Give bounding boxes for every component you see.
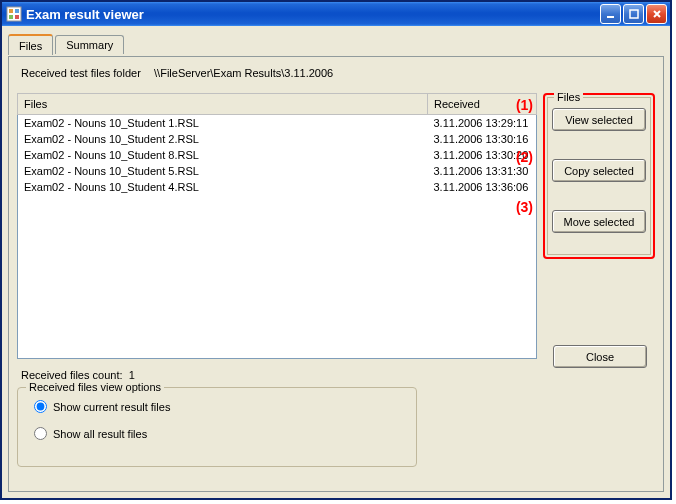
close-window-button[interactable] — [646, 4, 667, 24]
copy-selected-button[interactable]: Copy selected — [552, 159, 646, 182]
view-options-legend: Received files view options — [26, 381, 164, 393]
folder-label: Received test files folder — [21, 67, 151, 79]
right-pane: Files View selected Copy selected Move s… — [543, 93, 655, 359]
annotation-1: (1) — [516, 97, 533, 113]
cell-received: 3.11.2006 13:31:30 — [428, 163, 537, 179]
radio-all[interactable] — [34, 427, 47, 440]
tab-bar: Files Summary — [8, 32, 664, 54]
window-buttons — [600, 4, 670, 24]
radio-current[interactable] — [34, 400, 47, 413]
svg-rect-2 — [15, 9, 19, 13]
table-row[interactable]: Exam02 - Nouns 10_Student 4.RSL 3.11.200… — [18, 179, 537, 195]
table-row[interactable]: Exam02 - Nouns 10_Student 1.RSL 3.11.200… — [18, 115, 537, 132]
svg-rect-4 — [15, 15, 19, 19]
window-title: Exam result viewer — [26, 7, 600, 22]
annotation-3: (3) — [516, 199, 533, 215]
received-count-label: Received files count: — [21, 369, 123, 381]
svg-rect-6 — [630, 10, 638, 18]
tab-body-files: Received test files folder \\FileServer\… — [8, 56, 664, 492]
file-table[interactable]: Files Received Exam02 - Nouns 10_Student… — [17, 93, 537, 359]
svg-rect-5 — [607, 16, 614, 18]
app-window: Exam result viewer Files Summary Receive… — [0, 0, 672, 500]
files-action-group: Files View selected Copy selected Move s… — [547, 97, 651, 255]
folder-line: Received test files folder \\FileServer\… — [21, 67, 655, 79]
content-row: Files Received Exam02 - Nouns 10_Student… — [17, 93, 655, 359]
close-button[interactable]: Close — [553, 345, 647, 368]
radio-all-row[interactable]: Show all result files — [34, 427, 416, 440]
cell-file: Exam02 - Nouns 10_Student 5.RSL — [18, 163, 428, 179]
table-row[interactable]: Exam02 - Nouns 10_Student 5.RSL 3.11.200… — [18, 163, 537, 179]
radio-current-label: Show current result files — [53, 401, 170, 413]
files-group-legend: Files — [554, 91, 583, 103]
view-options-group: Received files view options Show current… — [17, 387, 417, 467]
folder-path: \\FileServer\Exam Results\3.11.2006 — [154, 67, 333, 79]
radio-all-label: Show all result files — [53, 428, 147, 440]
file-list: Files Received Exam02 - Nouns 10_Student… — [17, 93, 537, 359]
table-row[interactable]: Exam02 - Nouns 10_Student 8.RSL 3.11.200… — [18, 147, 537, 163]
tab-summary[interactable]: Summary — [55, 35, 124, 54]
cell-file: Exam02 - Nouns 10_Student 2.RSL — [18, 131, 428, 147]
cell-file: Exam02 - Nouns 10_Student 8.RSL — [18, 147, 428, 163]
cell-received: 3.11.2006 13:29:11 — [428, 115, 537, 132]
cell-file: Exam02 - Nouns 10_Student 1.RSL — [18, 115, 428, 132]
col-header-files[interactable]: Files — [18, 94, 428, 115]
move-selected-button[interactable]: Move selected — [552, 210, 646, 233]
received-count-line: Received files count: 1 — [21, 369, 135, 381]
cell-received: 3.11.2006 13:30:16 — [428, 131, 537, 147]
received-count-value: 1 — [129, 369, 135, 381]
svg-rect-3 — [9, 15, 13, 19]
minimize-button[interactable] — [600, 4, 621, 24]
files-action-highlight: Files View selected Copy selected Move s… — [543, 93, 655, 259]
annotation-2: (2) — [516, 149, 533, 165]
cell-received: 3.11.2006 13:36:06 — [428, 179, 537, 195]
view-selected-button[interactable]: View selected — [552, 108, 646, 131]
client-area: Files Summary Received test files folder… — [2, 26, 670, 498]
table-row[interactable]: Exam02 - Nouns 10_Student 2.RSL 3.11.200… — [18, 131, 537, 147]
title-bar: Exam result viewer — [2, 2, 670, 26]
maximize-button[interactable] — [623, 4, 644, 24]
radio-current-row[interactable]: Show current result files — [34, 400, 416, 413]
cell-file: Exam02 - Nouns 10_Student 4.RSL — [18, 179, 428, 195]
tab-files[interactable]: Files — [8, 34, 53, 55]
app-icon — [6, 6, 22, 22]
svg-rect-1 — [9, 9, 13, 13]
